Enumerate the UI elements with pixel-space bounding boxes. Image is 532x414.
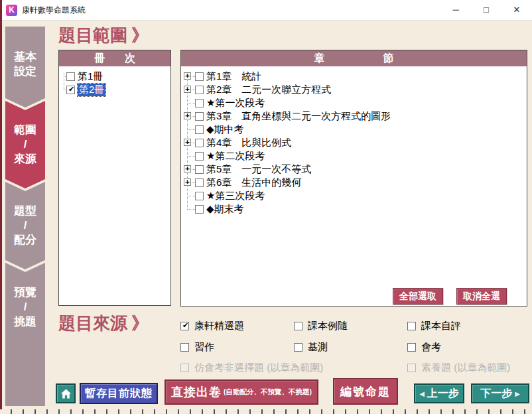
window-left-border (0, 0, 2, 409)
source-option-basic-test[interactable]: ✔ 基測 (294, 342, 328, 352)
check-icon: ✔ (67, 85, 76, 94)
chapter-item[interactable]: + ✔ 第1章 統計 (181, 70, 526, 83)
save-state-button[interactable]: 暫存目前狀態 (80, 383, 158, 404)
source-option-label: 康軒精選題 (194, 320, 244, 332)
tree-branch-line (187, 209, 195, 210)
tab-label-line: 範圍 (14, 123, 36, 137)
source-checkbox[interactable]: ✔ (407, 343, 416, 352)
chapter-checkbox[interactable]: ✔ (195, 192, 204, 200)
next-step-button[interactable]: 下一步 ▶ (471, 383, 529, 403)
chapter-checkbox[interactable]: ✔ (195, 86, 204, 94)
chapter-item[interactable]: + ✔ ◆期中考 (181, 123, 526, 136)
volume-item-label: 第1冊 (78, 70, 103, 83)
chapter-item[interactable]: + ✔ 第5章 一元一次不等式 (181, 163, 526, 176)
source-option-label: 素養題 (以章為範圍) (421, 362, 510, 374)
source-option-mock-nonchoice: ✔ 仿會考非選擇題 (以章為範圍) (180, 363, 323, 373)
chapter-checkbox[interactable]: ✔ (195, 139, 204, 147)
minimize-button[interactable]: ─ (440, 0, 471, 20)
chapter-item-label: 第5章 一元一次不等式 (206, 163, 311, 176)
source-option-kangxuan[interactable]: ✔ 康軒精選題 (180, 321, 244, 331)
chapter-item-label: 第4章 比與比例式 (206, 137, 291, 149)
chapter-item[interactable]: + ✔ 第2章 二元一次聯立方程式 (181, 83, 526, 96)
next-step-label: 下一步 (480, 387, 512, 401)
chapter-checkbox[interactable]: ✔ (195, 165, 204, 174)
numbering-button[interactable]: 編號命題 (333, 378, 398, 405)
expand-icon[interactable]: + (184, 165, 191, 172)
source-option-literacy: ✔ 素養題 (以章為範圍) (407, 363, 510, 373)
chapter-checkbox[interactable]: ✔ (195, 152, 204, 161)
source-option-workbook[interactable]: ✔ 習作 (180, 342, 214, 352)
source-option-label: 會考 (421, 341, 441, 354)
source-checkbox: ✔ (407, 364, 416, 372)
expand-icon[interactable]: + (184, 86, 191, 93)
deselect-all-button[interactable]: 取消全選 (456, 288, 507, 305)
tree-branch-line (187, 103, 195, 104)
volume-item[interactable]: ✔ 第2冊 (59, 83, 170, 96)
sidebar-tab-range-source[interactable]: 範圍 / 來源 (5, 101, 45, 188)
maximize-button[interactable]: □ (471, 0, 501, 20)
expand-icon[interactable]: + (184, 139, 191, 146)
volume-panel: 冊次 ✔ 第1冊 ✔ 第2冊 (58, 50, 171, 306)
window-controls: ─ □ ✕ (440, 0, 532, 20)
chapter-item[interactable]: + ✔ ★第三次段考 (181, 189, 526, 202)
chapter-checkbox[interactable]: ✔ (195, 112, 204, 121)
chapter-item-label: 第6章 生活中的幾何 (206, 176, 301, 189)
tab-label-line: 挑題 (14, 314, 36, 329)
chapter-checkbox[interactable]: ✔ (195, 178, 204, 187)
chapter-checkbox[interactable]: ✔ (195, 205, 204, 214)
source-heading: 題目來源 》 (58, 312, 149, 335)
chapter-item[interactable]: + ✔ ★第二次段考 (181, 149, 526, 163)
volume-item[interactable]: ✔ 第1冊 (59, 70, 170, 83)
close-button[interactable]: ✕ (501, 0, 532, 20)
chapter-item[interactable]: + ✔ 第6章 生活中的幾何 (181, 176, 526, 189)
source-checkbox[interactable]: ✔ (180, 322, 189, 330)
expand-icon[interactable]: + (184, 72, 191, 80)
volume-panel-header: 冊次 (59, 50, 170, 66)
source-heading-text: 題目來源 (58, 312, 127, 335)
source-option-label: 仿會考非選擇題 (以章為範圍) (194, 362, 323, 374)
source-option-entrance-exam[interactable]: ✔ 會考 (407, 342, 441, 352)
left-arrow-icon: ◀ (419, 390, 425, 397)
volume-item-label: 第2冊 (78, 84, 105, 96)
source-option-label: 基測 (308, 341, 328, 354)
window-title: 康軒數學命題系統 (22, 0, 86, 20)
source-checkbox[interactable]: ✔ (407, 322, 416, 330)
chapter-checkbox[interactable]: ✔ (195, 72, 204, 81)
tree-branch-line (187, 129, 195, 130)
chapter-item[interactable]: + ✔ ★第一次段考 (181, 96, 526, 109)
tree-branch-line (187, 156, 195, 157)
chapter-item-label: 第1章 統計 (206, 70, 261, 83)
tree-branch-line (187, 196, 195, 196)
chapter-item[interactable]: + ✔ 第3章 直角坐標與二元一次方程式的圖形 (181, 109, 526, 123)
home-button[interactable] (56, 383, 76, 403)
prev-step-button[interactable]: ◀ 上一步 (414, 383, 464, 403)
direct-export-note: (自動配分、不預覽、不挑題) (224, 387, 312, 397)
source-checkbox[interactable]: ✔ (180, 343, 189, 352)
expand-icon[interactable]: + (184, 112, 191, 119)
direct-export-button[interactable]: 直接出卷 (自動配分、不預覽、不挑題) (165, 380, 318, 405)
volume-checkbox[interactable]: ✔ (66, 86, 75, 94)
source-option-textbook-selfcheck[interactable]: ✔ 課本自評 (407, 321, 461, 331)
sidebar-tab-question-types[interactable]: 題型 / 配分 (5, 182, 45, 269)
source-checkbox[interactable]: ✔ (294, 343, 302, 352)
chapter-item-label: ★第二次段考 (206, 150, 265, 163)
sidebar-tab-basic-settings[interactable]: 基本 設定 (5, 27, 45, 107)
volume-checkbox[interactable]: ✔ (66, 72, 75, 81)
chapter-item[interactable]: + ✔ ◆期末考 (181, 202, 526, 216)
direct-export-label: 直接出卷 (171, 384, 222, 400)
chapter-item-label: ★第三次段考 (206, 190, 265, 202)
chapter-checkbox[interactable]: ✔ (195, 125, 204, 134)
tab-label-line: / (24, 218, 27, 233)
right-arrow-icon: ▶ (515, 390, 520, 397)
chapter-item-label: ◆期末考 (206, 203, 244, 216)
source-checkbox[interactable]: ✔ (294, 322, 302, 330)
chapter-item[interactable]: + ✔ 第4章 比與比例式 (181, 136, 526, 149)
tab-label-line: / (24, 137, 27, 152)
expand-icon[interactable]: + (184, 178, 191, 186)
chapter-item-label: ★第一次段考 (206, 97, 265, 109)
sidebar-tab-preview-pick[interactable]: 預覽 / 挑題 (5, 263, 45, 406)
range-heading: 題目範圍 》 (58, 24, 149, 47)
source-option-textbook-examples[interactable]: ✔ 課本例隨 (294, 321, 348, 331)
select-all-button[interactable]: 全部選取 (393, 288, 443, 305)
chapter-checkbox[interactable]: ✔ (195, 99, 204, 107)
